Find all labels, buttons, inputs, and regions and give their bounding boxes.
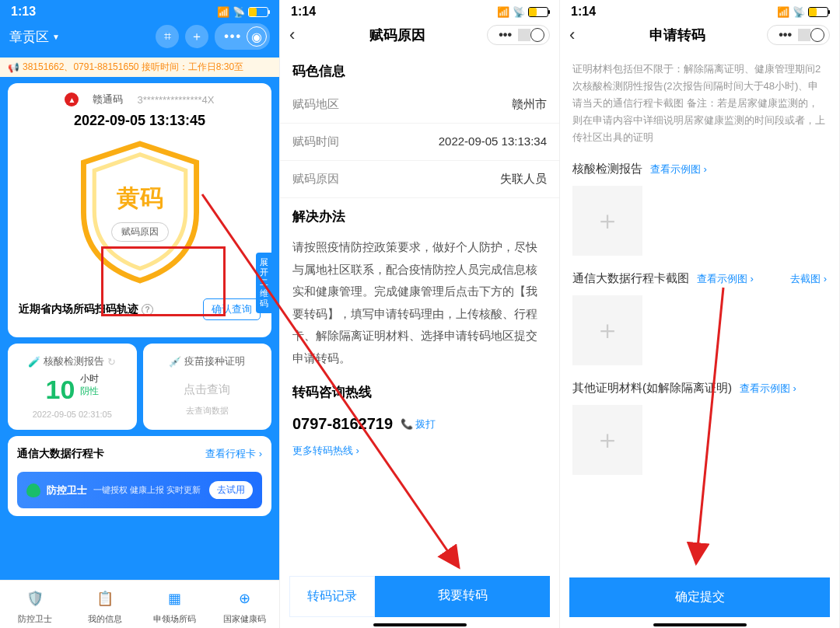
back-button[interactable]: ‹	[569, 25, 588, 45]
section-hotline: 转码咨询热线	[280, 374, 559, 407]
nucleic-hours: 10	[46, 375, 75, 405]
status-bar: 1:14 📶📡	[280, 0, 559, 20]
logo-icon: ▲	[65, 92, 79, 106]
tab-info[interactable]: 📋我的信息	[70, 585, 140, 625]
section-code-info: 码色信息	[280, 53, 559, 86]
shield-icon	[26, 483, 40, 497]
description-text: 证明材料包括但不限于：解除隔离证明、健康管理期间2次核酸检测阴性报告(2次报告间…	[560, 53, 839, 154]
status-bar: 1:14 📶📡	[560, 0, 839, 20]
upload-other: 其他证明材料(如解除隔离证明) 查看示例图 › ＋	[560, 373, 839, 483]
status-time: 1:14	[571, 5, 596, 19]
page-title: 赋码原因	[308, 26, 487, 44]
more-icon: •••	[772, 28, 798, 42]
nav-bar: ‹ 申请转码 •••	[560, 20, 839, 53]
row-time: 赋码时间2022-09-05 13:13:34	[280, 124, 559, 161]
status-icons: 📶📡	[217, 6, 268, 18]
annotation-box	[101, 246, 226, 316]
section-solution: 解决办法	[280, 198, 559, 232]
add-button[interactable]: ＋	[185, 25, 208, 48]
vaccine-card[interactable]: 💉疫苗接种证明 点击查询 去查询数据	[143, 344, 272, 430]
apply-button[interactable]: 我要转码	[375, 576, 550, 617]
solution-text: 请按照疫情防控政策要求，做好个人防护，尽快与属地社区联系，配合疫情防控人员完成信…	[280, 232, 559, 374]
try-button[interactable]: 去试用	[209, 481, 253, 499]
top-bar: 章贡区 ▼ ⌗ ＋ ••• ◉	[0, 20, 279, 58]
nucleic-time: 2022-09-05 02:31:05	[17, 410, 128, 419]
example-link[interactable]: 查看示例图 ›	[740, 382, 796, 396]
travel-link[interactable]: 查看行程卡 ›	[205, 447, 262, 461]
screenshot-link[interactable]: 去截图 ›	[790, 272, 827, 286]
announcement-ticker: 📢 38151662、0791-88151650 接听时间：工作日8:30至	[0, 58, 279, 77]
target-icon	[810, 28, 824, 42]
guard-icon: 🛡️	[22, 585, 48, 612]
tube-icon: 🧪	[28, 356, 40, 368]
home-indicator	[653, 623, 747, 626]
promo-banner[interactable]: 防控卫士 一键授权 健康上报 实时更新 去试用	[17, 472, 262, 508]
list-icon: 📋	[92, 585, 118, 612]
code-color-label: 黄码	[117, 183, 163, 215]
example-link[interactable]: 查看示例图 ›	[650, 162, 707, 176]
target-icon	[530, 28, 544, 42]
submit-button[interactable]: 确定提交	[569, 577, 830, 617]
miniapp-actions[interactable]: ••• ◉	[215, 23, 270, 50]
health-code-card: ▲ 赣通码 3***************4X 2022-09-05 13:1…	[8, 83, 271, 337]
qr-icon: ▦	[161, 585, 187, 612]
location-picker[interactable]: 章贡区 ▼	[9, 28, 60, 46]
more-hotline-link[interactable]: 更多转码热线 ›	[280, 441, 559, 469]
more-icon: •••	[224, 30, 242, 44]
miniapp-actions[interactable]: •••	[487, 25, 550, 45]
status-time: 1:13	[11, 5, 36, 19]
home-indicator	[373, 623, 467, 626]
phone-icon: 📞	[401, 418, 413, 430]
hotline-number: 0797-8162719	[292, 415, 393, 433]
code-name: 赣通码	[93, 92, 123, 106]
upload-box[interactable]: ＋	[572, 405, 642, 475]
row-reason: 赋码原因失联人员	[280, 161, 559, 198]
upload-box[interactable]: ＋	[572, 186, 642, 256]
scan-button[interactable]: ⌗	[156, 25, 179, 48]
upload-box[interactable]: ＋	[572, 295, 642, 365]
travel-card: 通信大数据行程卡 查看行程卡 › 防控卫士 一键授权 健康上报 实时更新 去试用	[8, 436, 271, 516]
records-button[interactable]: 转码记录	[289, 576, 375, 617]
travel-title: 通信大数据行程卡	[17, 447, 104, 461]
back-button[interactable]: ‹	[289, 25, 308, 45]
tab-national[interactable]: ⊕国家健康码	[209, 585, 279, 625]
expand-qr-tab[interactable]: 展开二维码	[256, 253, 271, 313]
row-region: 赋码地区赣州市	[280, 86, 559, 124]
id-mask: 3***************4X	[137, 94, 214, 106]
plus-icon: ⊕	[231, 585, 257, 612]
dial-link[interactable]: 📞拨打	[401, 417, 436, 431]
timestamp: 2022-09-05 13:13:45	[17, 113, 262, 129]
upload-nucleic: 核酸检测报告 查看示例图 › ＋	[560, 154, 839, 263]
upload-travel: 通信大数据行程卡截图 查看示例图 › 去截图 › ＋	[560, 263, 839, 373]
more-icon: •••	[492, 28, 518, 42]
speaker-icon: 📢	[8, 62, 19, 73]
status-bar: 1:13 📶📡	[0, 0, 279, 20]
bottom-actions: 转码记录 我要转码	[280, 576, 559, 617]
hotline-row: 0797-8162719 📞拨打	[280, 407, 559, 441]
syringe-icon: 💉	[169, 356, 181, 368]
tab-guard[interactable]: 🛡️防控卫士	[0, 585, 70, 625]
target-icon: ◉	[247, 26, 267, 47]
chevron-down-icon: ▼	[52, 33, 60, 41]
page-title: 申请转码	[588, 26, 767, 44]
miniapp-actions[interactable]: •••	[767, 25, 830, 45]
code-reason-button[interactable]: 赋码原因	[111, 222, 169, 242]
status-time: 1:14	[291, 5, 316, 19]
tab-bar: 🛡️防控卫士 📋我的信息 ▦申领场所码 ⊕国家健康码	[0, 580, 279, 628]
nucleic-card[interactable]: 🧪核酸检测报告↻ 10 小时阴性 2022-09-05 02:31:05	[8, 344, 137, 430]
nav-bar: ‹ 赋码原因 •••	[280, 20, 559, 53]
tab-venue[interactable]: ▦申领场所码	[140, 585, 210, 625]
example-link[interactable]: 查看示例图 ›	[697, 272, 754, 286]
